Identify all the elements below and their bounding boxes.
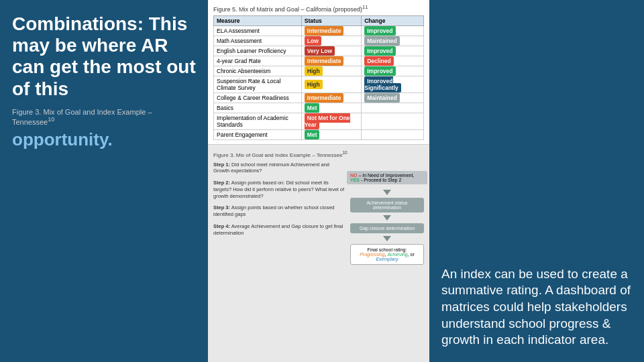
opportunity-text: opportunity. xyxy=(12,129,196,150)
steps-list: Step 1: Did school meet minimum Achievem… xyxy=(213,162,346,359)
table-row: English Learner Proficiency xyxy=(214,46,302,56)
change-cell: Improved xyxy=(362,66,424,76)
step-item-2: Step 2: Assign points based on: Did scho… xyxy=(213,180,346,199)
yes-text: YES xyxy=(350,178,360,182)
table-row: Basics xyxy=(214,103,302,113)
left-panel: Combinations: This may be where AR can g… xyxy=(0,0,208,362)
arrow-1 xyxy=(383,190,391,195)
change-cell: Maintained xyxy=(362,36,424,46)
table-row: Implementation of Academic Standards xyxy=(214,113,302,130)
no-desc: – In Need of Improvement, xyxy=(358,173,415,178)
fig5-title: Figure 5. Mix of Matrix and Goal – Calif… xyxy=(213,4,424,13)
gap-closure-box: Gap closure determination xyxy=(350,223,424,233)
no-yes-box: NO – In Need of Improvement, YES - Proce… xyxy=(347,171,427,184)
change-cell xyxy=(362,130,424,140)
status-cell: Met xyxy=(301,130,361,140)
steps-section: Figure 3. Mix of Goal and Index Example … xyxy=(208,145,429,362)
main-heading: Combinations: This may be where AR can g… xyxy=(12,13,196,100)
steps-container: Step 1: Did school meet minimum Achievem… xyxy=(213,162,424,359)
change-cell xyxy=(362,113,424,130)
arrow-3 xyxy=(383,236,391,241)
change-cell: Maintained xyxy=(362,93,424,103)
col-measure: Measure xyxy=(214,16,302,26)
col-status: Status xyxy=(301,16,361,26)
table-row: Chronic Absenteeism xyxy=(214,66,302,76)
status-cell: Intermediate xyxy=(301,56,361,66)
yes-desc: - Proceed to Step 2 xyxy=(360,178,401,182)
exemplary-label: Exemplary xyxy=(376,257,398,261)
steps-right: NO – In Need of Improvement, YES - Proce… xyxy=(350,162,424,359)
fig3-label: Figure 3. Mix of Goal and Index Example … xyxy=(213,150,424,158)
matrix-table: Measure Status Change ELA AssessmentInte… xyxy=(213,15,424,140)
table-row: ELA Assessment xyxy=(214,26,302,36)
right-panel: An index can be used to create a summati… xyxy=(429,0,644,362)
arrow-2 xyxy=(383,215,391,221)
col-change: Change xyxy=(362,16,424,26)
status-cell: High xyxy=(301,66,361,76)
status-cell: Intermediate xyxy=(301,93,361,103)
matrix-section: Figure 5. Mix of Matrix and Goal – Calif… xyxy=(208,0,429,145)
table-row: Parent Engagement xyxy=(214,130,302,140)
progressing-label: Progressing xyxy=(360,252,384,257)
status-cell: Very Low xyxy=(301,46,361,56)
status-cell: Intermediate xyxy=(301,26,361,36)
no-text: NO xyxy=(350,173,358,178)
step-item-1: Step 1: Did school meet minimum Achievem… xyxy=(213,162,346,175)
final-rating-box: Final school rating: Progressing, Achiev… xyxy=(350,244,424,265)
status-cell: Not Met for One Year xyxy=(301,113,361,130)
step-item-3: Step 3: Assign points based on whether s… xyxy=(213,204,346,218)
table-row: Suspension Rate & Local Climate Survey xyxy=(214,76,302,93)
step-item-4: Step 4: Average Achievement and Gap clos… xyxy=(213,223,346,237)
change-cell: Declined xyxy=(362,56,424,66)
figure3-label: Figure 3. Mix of Goal and Index Example … xyxy=(12,108,196,126)
change-cell xyxy=(362,103,424,113)
status-cell: High xyxy=(301,76,361,93)
middle-panel: Figure 5. Mix of Matrix and Goal – Calif… xyxy=(208,0,429,362)
table-row: 4-year Grad Rate xyxy=(214,56,302,66)
status-cell: Low xyxy=(301,36,361,46)
table-row: College & Career Readiness xyxy=(214,93,302,103)
index-text: An index can be used to create a summati… xyxy=(441,266,632,349)
achievement-box: Achievement status determination xyxy=(350,198,424,213)
change-cell: Improved xyxy=(362,46,424,56)
change-cell: Improved Significantly xyxy=(362,76,424,93)
table-row: Math Assessment xyxy=(214,36,302,46)
change-cell: Improved xyxy=(362,26,424,36)
achieving-label: Achieving xyxy=(387,252,407,257)
status-cell: Met xyxy=(301,103,361,113)
